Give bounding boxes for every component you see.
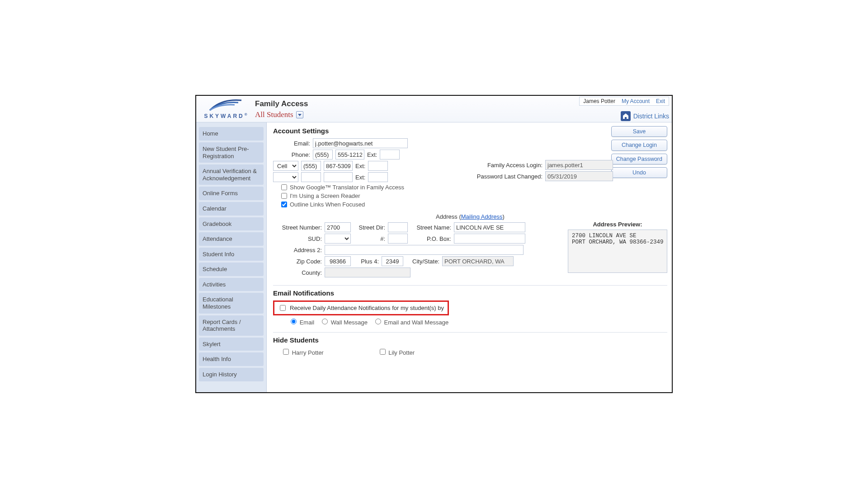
phone2-area-field[interactable]: [301, 161, 321, 171]
screen-reader-label: I'm Using a Screen Reader: [290, 192, 360, 199]
exit-link[interactable]: Exit: [656, 98, 665, 104]
address-preview-title: Address Preview:: [568, 221, 667, 228]
save-button[interactable]: Save: [611, 126, 667, 137]
zip-label: Zip Code:: [273, 258, 322, 265]
street-dir-label: Street Dir:: [354, 224, 385, 231]
phone-ext-field[interactable]: [380, 150, 400, 160]
phone2-number-field[interactable]: [324, 161, 353, 171]
action-buttons: Save Change Login Change Password Undo: [611, 126, 667, 178]
outline-links-checkbox[interactable]: [281, 202, 287, 207]
phone3-ext-label: Ext:: [355, 174, 365, 181]
sidebar-item-report-cards[interactable]: Report Cards / Attachments: [199, 315, 264, 336]
phone3-type-select[interactable]: [273, 172, 298, 182]
district-icon: [621, 111, 631, 121]
sidebar-item-attendance[interactable]: Attendance: [199, 232, 264, 246]
change-login-button[interactable]: Change Login: [611, 140, 667, 150]
phone3-number-field[interactable]: [324, 172, 353, 182]
notify-email-radio[interactable]: [291, 319, 297, 324]
hash-label: #:: [354, 235, 385, 242]
notify-email-label: Email: [300, 319, 315, 326]
outline-links-label: Outline Links When Focused: [290, 201, 365, 208]
sidebar: Home New Student Pre-Registration Annual…: [196, 122, 267, 392]
sidebar-item-annual-verification[interactable]: Annual Verification & Acknowledgement: [199, 164, 264, 185]
notify-both-label: Email and Wall Message: [384, 319, 449, 326]
address-preview-box: 2700 LINCOLN AVE SE PORT ORCHARD, WA 983…: [568, 230, 667, 273]
address2-field[interactable]: [325, 245, 524, 255]
pobox-label: P.O. Box:: [410, 235, 451, 242]
address-block: Street Number: Street Dir: Street Name: …: [273, 221, 667, 279]
hide-student2-checkbox[interactable]: [380, 349, 386, 355]
change-password-button[interactable]: Change Password: [611, 154, 667, 164]
logo-text: SKYWARD: [204, 113, 244, 119]
divider-2: [273, 332, 667, 333]
district-links[interactable]: District Links: [621, 111, 669, 121]
account-settings-title: Account Settings: [273, 127, 667, 135]
pw-changed-label: Password Last Changed:: [466, 173, 542, 180]
phone3-ext-field[interactable]: [368, 172, 388, 182]
top-links-bar: James Potter My Account Exit: [579, 97, 669, 106]
attendance-notification-highlight: Receive Daily Attendance Notifications f…: [273, 300, 449, 315]
mailing-address-link[interactable]: Mailing Address: [461, 213, 503, 220]
plus4-label: Plus 4:: [354, 258, 379, 265]
sidebar-item-gradebook[interactable]: Gradebook: [199, 217, 264, 231]
city-state-label: City/State:: [406, 258, 439, 265]
screen-reader-checkbox[interactable]: [281, 193, 287, 199]
login-info-block: Family Access Login: Password Last Chang…: [466, 159, 613, 183]
phone2-ext-field[interactable]: [368, 161, 388, 171]
sidebar-item-schedule[interactable]: Schedule: [199, 263, 264, 276]
hide-students-title: Hide Students: [273, 336, 667, 344]
email-field[interactable]: [313, 138, 408, 148]
email-notifications-title: Email Notifications: [273, 289, 667, 297]
google-translator-checkbox[interactable]: [281, 184, 287, 190]
district-links-label: District Links: [633, 113, 669, 120]
hide-student1-checkbox[interactable]: [283, 349, 289, 355]
sidebar-item-health-info[interactable]: Health Info: [199, 352, 264, 366]
hide-student1-label: Harry Potter: [292, 349, 324, 356]
street-name-field[interactable]: [454, 222, 525, 232]
address-heading: Address (Mailing Address): [273, 213, 667, 220]
phone-area-field[interactable]: [313, 150, 333, 160]
user-name: James Potter: [583, 98, 615, 104]
street-number-field[interactable]: [325, 222, 351, 232]
sidebar-item-calendar[interactable]: Calendar: [199, 202, 264, 216]
hash-field[interactable]: [388, 234, 408, 244]
notify-both-radio[interactable]: [375, 319, 381, 324]
phone3-area-field[interactable]: [301, 172, 321, 182]
student-selector[interactable]: All Students: [255, 110, 667, 119]
sidebar-item-activities[interactable]: Activities: [199, 278, 264, 291]
sidebar-item-login-history[interactable]: Login History: [199, 368, 264, 381]
skyward-logo: SKYWARD®: [201, 98, 250, 119]
undo-button[interactable]: Undo: [611, 167, 667, 178]
google-translator-label: Show Google™ Translator in Family Access: [290, 184, 404, 191]
my-account-link[interactable]: My Account: [622, 98, 650, 104]
student-selector-label: All Students: [255, 110, 293, 119]
plus4-field[interactable]: [382, 256, 403, 266]
zip-field[interactable]: [325, 256, 351, 266]
notify-wall-radio[interactable]: [322, 319, 328, 324]
phone-label: Phone:: [273, 151, 310, 158]
sidebar-item-new-student[interactable]: New Student Pre-Registration: [199, 142, 264, 163]
skyward-arcs-icon: [208, 98, 244, 111]
sidebar-item-milestones[interactable]: Educational Milestones: [199, 293, 264, 313]
body: Home New Student Pre-Registration Annual…: [196, 122, 672, 392]
app-window: SKYWARD® Family Access All Students Jame…: [195, 95, 673, 393]
notify-wall-label: Wall Message: [331, 319, 368, 326]
dropdown-icon[interactable]: [296, 111, 303, 118]
phone2-type-select[interactable]: Cell: [273, 161, 298, 171]
sud-label: SUD:: [273, 235, 322, 242]
receive-attendance-label: Receive Daily Attendance Notifications f…: [290, 305, 444, 311]
receive-attendance-checkbox[interactable]: [280, 305, 286, 311]
county-field: [325, 267, 410, 277]
street-name-label: Street Name:: [410, 224, 451, 231]
phone2-ext-label: Ext:: [355, 163, 365, 169]
pobox-field[interactable]: [454, 234, 525, 244]
sidebar-item-student-info[interactable]: Student Info: [199, 248, 264, 261]
address2-label: Address 2:: [273, 247, 322, 253]
sidebar-item-skylert[interactable]: Skylert: [199, 338, 264, 351]
pw-changed-field: [545, 171, 613, 181]
sud-select[interactable]: [325, 234, 351, 244]
phone-number-field[interactable]: [335, 150, 364, 160]
sidebar-item-online-forms[interactable]: Online Forms: [199, 187, 264, 200]
street-dir-field[interactable]: [388, 222, 408, 232]
sidebar-item-home[interactable]: Home: [199, 127, 264, 141]
